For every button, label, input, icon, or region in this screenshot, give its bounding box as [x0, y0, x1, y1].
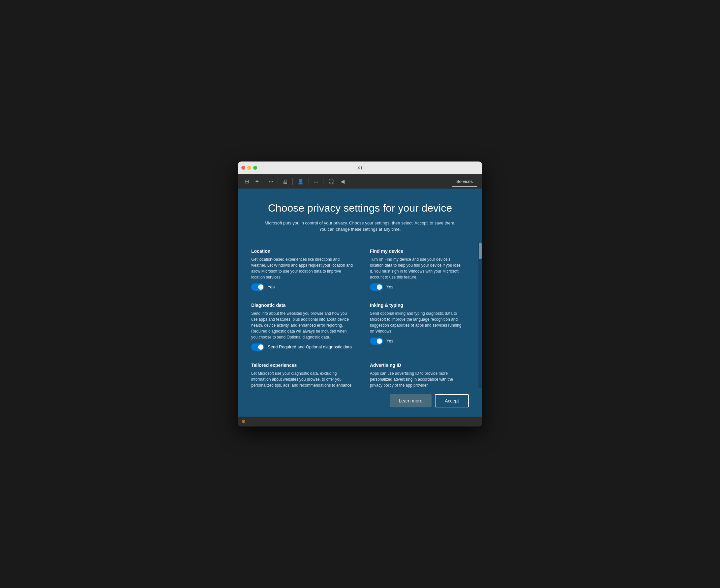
location-toggle-label: Yes [268, 285, 274, 289]
find-my-device-toggle-row: Yes [370, 284, 462, 291]
find-my-device-toggle[interactable] [370, 284, 383, 291]
traffic-lights [241, 166, 257, 170]
advertising-id-title: Advertising ID [370, 362, 462, 368]
location-toggle[interactable] [251, 284, 264, 291]
title-bar: X1 [238, 162, 482, 174]
location-toggle-row: Yes [251, 284, 353, 291]
user-icon[interactable]: 👤 [295, 177, 306, 186]
sidebar-toggle-icon[interactable]: ⊟ [243, 177, 251, 186]
back-icon[interactable]: ◀ [338, 177, 347, 186]
display-icon[interactable]: ▭ [311, 177, 321, 186]
toolbar-divider-4 [309, 178, 309, 185]
window-title: X1 [357, 165, 363, 170]
services-tab[interactable]: Services [452, 176, 477, 187]
location-title: Location [251, 249, 353, 254]
print-icon[interactable]: 🖨 [281, 177, 290, 186]
page-title: Choose privacy settings for your device [258, 202, 462, 214]
find-my-device-setting: Find my device Turn on Find my device an… [360, 243, 469, 297]
status-icon: ⊕ [241, 418, 246, 424]
diagnostic-data-desc: Send info about the websites you browse … [251, 311, 353, 340]
find-my-device-toggle-label: Yes [386, 285, 393, 289]
inking-typing-toggle-label: Yes [386, 338, 393, 343]
scroll-track[interactable] [478, 243, 482, 387]
tailored-experiences-title: Tailored experiences [251, 362, 353, 368]
headphones-icon[interactable]: 🎧 [326, 177, 336, 186]
tailored-experiences-desc: Let Microsoft use your diagnostic data, … [251, 371, 353, 387]
learn-more-button[interactable]: Learn more [390, 394, 432, 407]
inking-typing-desc: Send optional inking and typing diagnost… [370, 311, 462, 334]
diagnostic-data-toggle-label: Send Required and Optional diagnostic da… [268, 344, 352, 349]
diagnostic-data-title: Diagnostic data [251, 302, 353, 308]
find-my-device-desc: Turn on Find my device and use your devi… [370, 256, 462, 280]
status-bar: ⊕ [238, 417, 482, 426]
toolbar-divider-3 [292, 178, 293, 185]
inking-typing-toggle-row: Yes [370, 337, 462, 345]
accept-button[interactable]: Accept [435, 394, 469, 407]
toolbar-divider-2 [277, 178, 278, 185]
close-button[interactable] [241, 166, 245, 170]
page-subtitle: Microsoft puts you in control of your pr… [261, 220, 459, 233]
inking-typing-setting: Inking & typing Send optional inking and… [360, 297, 469, 357]
settings-grid: Location Get location-based experiences … [238, 243, 482, 387]
find-my-device-title: Find my device [370, 249, 462, 254]
main-content: Choose privacy settings for your device … [238, 189, 482, 416]
toolbar: ⊟ ✦ ⇔ 🖨 👤 ▭ 🎧 ◀ Services [238, 174, 482, 189]
navigation-icon[interactable]: ⇔ [267, 177, 275, 186]
location-desc: Get location-based experiences like dire… [251, 256, 353, 280]
bottom-area: Learn more Accept [238, 387, 482, 417]
location-setting: Location Get location-based experiences … [251, 243, 360, 297]
toolbar-divider-1 [264, 178, 264, 185]
advertising-id-desc: Apps can use advertising ID to provide m… [370, 371, 462, 387]
scroll-thumb[interactable] [479, 243, 482, 259]
maximize-button[interactable] [253, 166, 257, 170]
diagnostic-data-setting: Diagnostic data Send info about the webs… [251, 297, 360, 357]
settings-icon[interactable]: ✦ [253, 177, 261, 186]
app-window: X1 ⊟ ✦ ⇔ 🖨 👤 ▭ 🎧 ◀ Services Choose priva… [238, 162, 482, 426]
tailored-experiences-setting: Tailored experiences Let Microsoft use y… [251, 357, 360, 387]
header-section: Choose privacy settings for your device … [238, 189, 482, 242]
inking-typing-toggle[interactable] [370, 337, 383, 345]
diagnostic-data-toggle[interactable] [251, 343, 264, 351]
inking-typing-title: Inking & typing [370, 302, 462, 308]
diagnostic-data-toggle-row: Send Required and Optional diagnostic da… [251, 343, 353, 351]
minimize-button[interactable] [247, 166, 251, 170]
advertising-id-setting: Advertising ID Apps can use advertising … [360, 357, 469, 387]
